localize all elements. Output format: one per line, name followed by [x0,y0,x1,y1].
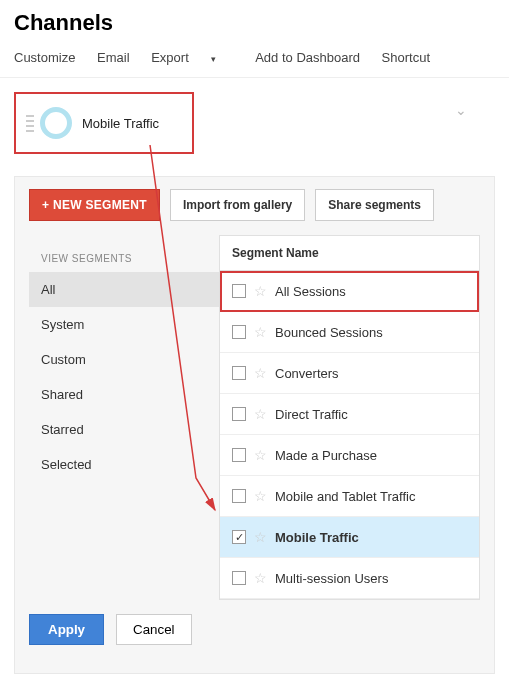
apply-button[interactable]: Apply [29,614,104,645]
share-segments-button[interactable]: Share segments [315,189,434,221]
list-row[interactable]: ☆Direct Traffic [220,394,479,435]
list-row[interactable]: ☆All Sessions [220,271,479,312]
row-label: Direct Traffic [275,407,348,422]
toolbar-export[interactable]: Export ▾ [151,50,234,65]
toolbar-customize[interactable]: Customize [14,50,75,65]
checkbox[interactable] [232,407,246,421]
star-icon[interactable]: ☆ [254,324,267,340]
toolbar: Customize Email Export ▾ Add to Dashboar… [0,44,509,78]
star-icon[interactable]: ☆ [254,283,267,299]
checkbox[interactable] [232,571,246,585]
page-title: Channels [14,10,495,36]
list-row[interactable]: ☆Bounced Sessions [220,312,479,353]
row-label: Mobile Traffic [275,530,359,545]
caret-down-icon: ▾ [209,54,217,64]
sidebar-header: VIEW SEGMENTS [29,245,219,272]
list-row[interactable]: ☆Converters [220,353,479,394]
sidebar-item-shared[interactable]: Shared [29,377,219,412]
sidebar-item-custom[interactable]: Custom [29,342,219,377]
row-label: Converters [275,366,339,381]
row-label: Bounced Sessions [275,325,383,340]
checkbox[interactable]: ✓ [232,530,246,544]
checkbox[interactable] [232,489,246,503]
row-label: All Sessions [275,284,346,299]
checkbox[interactable] [232,366,246,380]
star-icon[interactable]: ☆ [254,447,267,463]
list-row[interactable]: ☆Multi-session Users [220,558,479,599]
star-icon[interactable]: ☆ [254,365,267,381]
new-segment-button[interactable]: + NEW SEGMENT [29,189,160,221]
checkbox[interactable] [232,325,246,339]
star-icon[interactable]: ☆ [254,406,267,422]
sidebar-item-selected[interactable]: Selected [29,447,219,482]
list-row[interactable]: ✓☆Mobile Traffic [220,517,479,558]
import-gallery-button[interactable]: Import from gallery [170,189,305,221]
drag-handle-icon [26,115,34,132]
row-label: Made a Purchase [275,448,377,463]
list-header: Segment Name [220,236,479,271]
sidebar-item-starred[interactable]: Starred [29,412,219,447]
cancel-button[interactable]: Cancel [116,614,192,645]
segment-chip[interactable]: Mobile Traffic [14,92,194,154]
star-icon[interactable]: ☆ [254,488,267,504]
list-row[interactable]: ☆Made a Purchase [220,435,479,476]
circle-icon [40,107,72,139]
toolbar-add-dashboard[interactable]: Add to Dashboard [255,50,360,65]
row-label: Multi-session Users [275,571,388,586]
star-icon[interactable]: ☆ [254,570,267,586]
list-row[interactable]: ☆Mobile and Tablet Traffic [220,476,479,517]
chip-label: Mobile Traffic [82,116,159,131]
checkbox[interactable] [232,284,246,298]
checkbox[interactable] [232,448,246,462]
star-icon[interactable]: ☆ [254,529,267,545]
sidebar-item-system[interactable]: System [29,307,219,342]
toolbar-email[interactable]: Email [97,50,130,65]
row-label: Mobile and Tablet Traffic [275,489,415,504]
chevron-down-icon[interactable]: ⌄ [455,102,467,118]
toolbar-shortcut[interactable]: Shortcut [382,50,430,65]
sidebar-item-all[interactable]: All [29,272,219,307]
